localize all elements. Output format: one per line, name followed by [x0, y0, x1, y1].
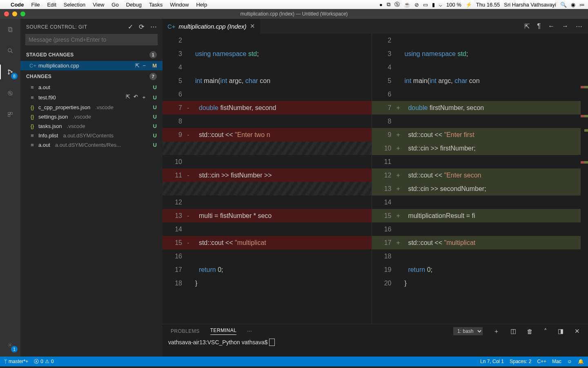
panel-tab-problems[interactable]: PROBLEMS	[171, 328, 200, 334]
next-change-icon[interactable]: →	[562, 22, 568, 30]
code-line[interactable]: 12+ std::cout << "Enter secon	[372, 168, 581, 182]
java-icon[interactable]: ☕	[404, 2, 410, 8]
minimize-window-button[interactable]	[12, 11, 17, 16]
menu-debug[interactable]: Debug	[126, 2, 142, 8]
siri-icon[interactable]: ◉	[571, 2, 575, 8]
discard-icon[interactable]: ↶	[134, 94, 138, 101]
refresh-icon[interactable]: ⟳	[139, 23, 145, 31]
git-branch[interactable]: ᛘ master*+	[4, 359, 28, 364]
skype-icon[interactable]: Ⓢ	[394, 1, 400, 8]
change-file[interactable]: ≡ a.out U	[20, 83, 163, 92]
code-line[interactable]: 5int main(int argc, char con	[372, 74, 581, 88]
unstage-icon[interactable]: −	[143, 63, 146, 69]
language-mode[interactable]: C++	[537, 359, 546, 364]
display-icon[interactable]: ▭	[423, 2, 428, 8]
code-line[interactable]: 10+ std::cin >> firstNumber;	[372, 141, 581, 155]
debug-icon[interactable]	[4, 88, 16, 99]
code-line[interactable]: 11- std::cin >> fistNumber >>	[163, 168, 372, 182]
changes-section[interactable]: CHANGES 7	[20, 70, 163, 83]
change-file[interactable]: {} settings.json .vscode U	[20, 112, 163, 121]
code-line[interactable]: 6	[372, 88, 581, 101]
feedback-icon[interactable]: ☺	[567, 359, 572, 364]
whitespace-icon[interactable]: ¶	[537, 22, 541, 30]
code-line[interactable]: 17 return 0;	[163, 263, 372, 276]
diff-right-pane[interactable]: 23using namespace std;45int main(int arg…	[372, 34, 581, 324]
code-line[interactable]: 16	[372, 222, 581, 236]
close-window-button[interactable]	[4, 11, 9, 16]
close-tab-icon[interactable]: ✕	[250, 22, 255, 30]
menu-tasks[interactable]: Tasks	[149, 2, 163, 8]
cursor-pos[interactable]: Ln 7, Col 1	[480, 359, 504, 364]
code-line[interactable]: 12	[163, 195, 372, 209]
eol[interactable]: Mac	[552, 359, 561, 364]
open-file-icon[interactable]: ⇱	[126, 94, 130, 101]
panel-tab-terminal[interactable]: TERMINAL	[210, 328, 237, 335]
terminal-body[interactable]: vathsava-air13:VSC_Python vathsava$	[163, 338, 588, 357]
tab-multiplication[interactable]: C+ multiplication.cpp (Index) ✕	[163, 19, 261, 34]
menu-help[interactable]: Help	[196, 2, 207, 8]
dropbox-icon[interactable]: ⧉	[387, 1, 390, 8]
code-line[interactable]: 5int main(int argc, char con	[163, 74, 372, 88]
code-line[interactable]: 15+ multiplicationResult = fi	[372, 209, 581, 222]
code-line[interactable]: 17+ std::cout << "multiplicat	[372, 236, 581, 249]
tray-icon[interactable]: ●	[379, 2, 383, 8]
menu-window[interactable]: Window	[170, 2, 189, 8]
code-line[interactable]: 18}	[163, 276, 372, 290]
code-line[interactable]	[163, 182, 372, 195]
code-line[interactable]: 8	[372, 114, 581, 128]
change-file[interactable]: {} c_cpp_properties.json .vscode U	[20, 103, 163, 112]
open-changes-icon[interactable]: ⇱	[524, 22, 530, 30]
wifi-icon[interactable]: ⌵	[439, 2, 442, 8]
code-line[interactable]: 10	[163, 155, 372, 168]
code-line[interactable]: 9+ std::cout << "Enter first	[372, 128, 581, 141]
staged-file[interactable]: C+ multiplication.cpp ⇱− M	[20, 61, 163, 70]
explorer-icon[interactable]	[4, 24, 16, 35]
panel-more-icon[interactable]: ⋯	[247, 328, 252, 334]
bell-icon[interactable]: 🔔	[578, 359, 584, 364]
commit-icon[interactable]: ✓	[128, 23, 134, 31]
split-terminal-icon[interactable]: ◫	[510, 328, 517, 335]
code-line[interactable]: 16	[163, 249, 372, 263]
code-line[interactable]: 3using namespace std;	[163, 47, 372, 61]
stage-icon[interactable]: ＋	[141, 94, 147, 101]
terminal-select[interactable]: 1: bash	[453, 327, 483, 335]
code-line[interactable]: 14	[163, 222, 372, 236]
panel-max-icon[interactable]: ◨	[558, 328, 564, 335]
code-line[interactable]: 19 return 0;	[372, 263, 581, 276]
code-line[interactable]: 13+ std::cin >> secondNumber;	[372, 182, 581, 195]
code-line[interactable]: 15- std::cout << "multiplicat	[163, 236, 372, 249]
change-file[interactable]: ≡ Info.plist a.out.dSYM/Contents U	[20, 131, 163, 140]
app-name[interactable]: Code	[11, 2, 24, 8]
code-line[interactable]: 7- double fistNumber, second	[163, 101, 372, 114]
prev-change-icon[interactable]: ←	[548, 22, 555, 30]
panel-close-icon[interactable]: ✕	[575, 328, 580, 335]
search-icon[interactable]	[4, 45, 16, 56]
code-line[interactable]: 14	[372, 195, 581, 209]
extensions-icon[interactable]	[4, 109, 16, 120]
panel-up-icon[interactable]: ˄	[544, 328, 548, 335]
change-file[interactable]: {} tasks.json .vscode U	[20, 121, 163, 131]
username[interactable]: Sri Harsha Vathsavayi	[504, 2, 556, 8]
source-control-icon[interactable]: 8	[4, 66, 16, 78]
diff-left-pane[interactable]: 23using namespace std;45int main(int arg…	[163, 34, 372, 324]
code-line[interactable]	[163, 141, 372, 155]
battery-icon[interactable]: ▮	[432, 2, 435, 8]
code-line[interactable]: 18	[372, 249, 581, 263]
status-icon[interactable]: ⊘	[414, 2, 419, 8]
change-file[interactable]: ≡ a.out a.out.dSYM/Contents/Res... U	[20, 140, 163, 150]
code-line[interactable]: 2	[372, 34, 581, 47]
spotlight-icon[interactable]: 🔍	[560, 2, 567, 8]
settings-gear-icon[interactable]: 1	[4, 339, 16, 351]
code-line[interactable]: 20}	[372, 276, 581, 290]
menu-list-icon[interactable]: ≔	[579, 2, 585, 8]
code-line[interactable]: 2	[163, 34, 372, 47]
code-line[interactable]: 11	[372, 155, 581, 168]
code-line[interactable]: 4	[163, 61, 372, 74]
problems-status[interactable]: ⓧ 0 ⚠ 0	[34, 358, 53, 365]
menu-go[interactable]: Go	[111, 2, 118, 8]
new-terminal-icon[interactable]: ＋	[493, 328, 500, 335]
indent[interactable]: Spaces: 2	[510, 359, 531, 364]
code-line[interactable]: 13- multi = fistNumber * seco	[163, 209, 372, 222]
overview-ruler[interactable]	[581, 34, 588, 324]
code-line[interactable]: 9- std::cout << "Enter two n	[163, 128, 372, 141]
